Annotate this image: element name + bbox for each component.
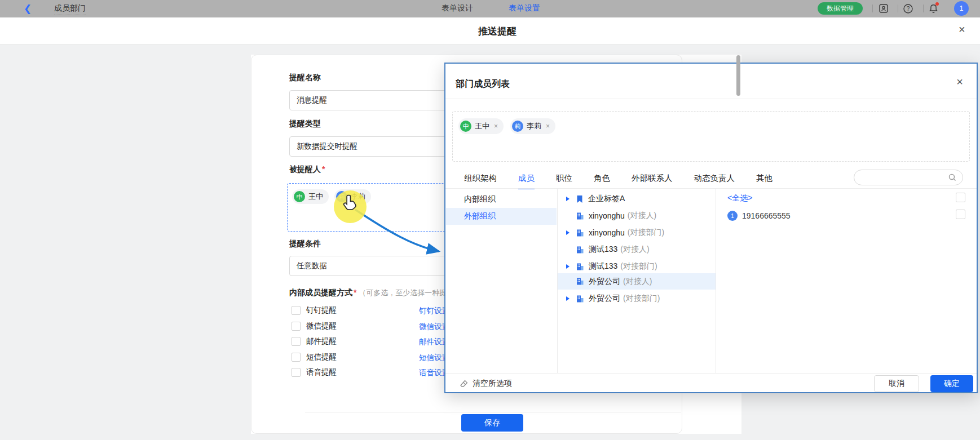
divider (305, 412, 681, 412)
member-row[interactable]: 1 19166665555 (727, 211, 791, 221)
search-icon (948, 173, 957, 182)
field-label-recipients: 被提醒人* (289, 165, 325, 175)
data-manage-button[interactable]: 数据管理 (818, 2, 863, 15)
page-title: 推送提醒 (458, 25, 537, 38)
caret-right-icon[interactable] (566, 296, 570, 301)
remove-tag-icon[interactable]: × (546, 122, 550, 130)
select-all-checkbox[interactable] (956, 193, 965, 202)
user-avatar[interactable]: 1 (954, 1, 969, 16)
checkbox[interactable] (292, 337, 301, 346)
select-all-link[interactable]: <全选> (727, 193, 752, 203)
bookmark-icon (576, 195, 584, 203)
tab-role[interactable]: 角色 (594, 173, 610, 185)
divider (445, 373, 977, 374)
recipient-tag[interactable]: 中 王中 (292, 189, 329, 204)
member-search-input[interactable] (854, 170, 963, 185)
building-icon (576, 277, 584, 286)
notification-bell-icon[interactable] (927, 2, 939, 15)
member-name: 李莉 (527, 121, 541, 131)
page-close-icon[interactable]: × (959, 24, 965, 35)
tab-org-structure[interactable]: 组织架构 (464, 173, 497, 185)
tab-other[interactable]: 其他 (756, 173, 772, 185)
tree-row-waimao-contact-selected[interactable]: 外贸公司(对接人) (558, 273, 716, 290)
tree-row-test133-contact[interactable]: 测试133(对接人) (558, 241, 716, 258)
field-label-methods: 内部成员提醒方式* （可多选，至少选择一种提醒 (289, 288, 454, 298)
tab-dynamic-owner[interactable]: 动态负责人 (694, 173, 735, 185)
hand-cursor-icon (343, 194, 360, 212)
building-icon (576, 263, 584, 271)
caret-right-icon[interactable] (566, 197, 570, 201)
building-icon (576, 246, 584, 254)
divider (898, 5, 898, 12)
notification-dot (935, 2, 939, 6)
avatar: 莉 (512, 121, 523, 132)
method-row-sms: 短信提醒 (292, 352, 337, 362)
top-bar: ❮ 成员部门 表单设计 表单设置 数据管理 ? 1 (0, 0, 980, 17)
divider (716, 188, 716, 373)
checkbox[interactable] (292, 322, 301, 331)
selected-members-box[interactable]: 中 王中 × 莉 李莉 × (452, 111, 970, 162)
checkbox[interactable] (292, 368, 301, 377)
department-member-modal: 部门成员列表 × 中 王中 × 莉 李莉 × 组织架构 成员 职位 角色 外部联… (444, 63, 978, 393)
selected-member-tag[interactable]: 中 王中 × (458, 118, 504, 134)
building-icon (576, 229, 584, 237)
method-row-dingtalk: 钉钉提醒 (292, 305, 337, 315)
document-title[interactable]: 成员部门 (54, 3, 86, 15)
tab-position[interactable]: 职位 (556, 173, 572, 185)
checkbox[interactable] (292, 306, 301, 315)
org-group-external[interactable]: 外部组织 (446, 208, 557, 225)
divider (923, 5, 924, 12)
member-checkbox[interactable] (956, 210, 965, 219)
caret-right-icon[interactable] (566, 264, 570, 269)
selected-member-tag[interactable]: 莉 李莉 × (510, 118, 555, 134)
caret-right-icon[interactable] (566, 230, 570, 235)
svg-text:?: ? (906, 6, 910, 12)
divider (445, 188, 977, 189)
tree-row-xinyonghu-contact[interactable]: xinyonghu(对接人) (558, 207, 716, 224)
avatar: 中 (460, 121, 471, 132)
tree-row-waimao-dept[interactable]: 外贸公司(对接部门) (558, 290, 716, 307)
back-button[interactable]: ❮ (24, 3, 32, 15)
avatar: 中 (294, 191, 305, 202)
member-avatar: 1 (727, 211, 738, 221)
tree-row-test133-dept[interactable]: 测试133(对接部门) (558, 258, 716, 275)
modal-title: 部门成员列表 (456, 78, 510, 90)
cancel-button[interactable]: 取消 (874, 375, 919, 392)
org-group-internal[interactable]: 内部组织 (446, 191, 557, 208)
remove-tag-icon[interactable]: × (494, 122, 498, 130)
member-phone: 19166665555 (742, 211, 791, 220)
building-icon (576, 295, 584, 303)
modal-tab-bar: 组织架构 成员 职位 角色 外部联系人 动态负责人 其他 (464, 170, 772, 188)
member-name: 王中 (475, 121, 489, 131)
required-mark: * (322, 165, 325, 174)
methods-note: （可多选，至少选择一种提醒 (359, 288, 454, 297)
contacts-icon[interactable] (877, 2, 890, 15)
checkbox[interactable] (292, 353, 301, 362)
confirm-button[interactable]: 确定 (930, 375, 973, 392)
recipient-name: 王中 (308, 192, 323, 202)
tab-external-contacts[interactable]: 外部联系人 (632, 173, 673, 185)
tab-members[interactable]: 成员 (518, 173, 535, 185)
method-row-email: 邮件提醒 (292, 336, 337, 346)
modal-close-icon[interactable]: × (956, 76, 963, 87)
divider (872, 5, 873, 12)
tab-form-design[interactable]: 表单设计 (442, 3, 473, 14)
building-icon (576, 212, 584, 220)
tree-row-xinyonghu-dept[interactable]: xinyonghu(对接部门) (558, 224, 716, 241)
field-label-condition: 提醒条件 (289, 239, 321, 249)
method-row-wechat: 微信提醒 (292, 321, 337, 331)
help-icon[interactable]: ? (902, 2, 914, 15)
tree-row-tag-a[interactable]: 企业标签A (558, 190, 716, 207)
page-scrollbar-thumb[interactable] (736, 55, 740, 96)
method-row-voice: 语音提醒 (292, 367, 337, 377)
eraser-icon (460, 379, 469, 388)
divider (445, 99, 977, 99)
save-button[interactable]: 保存 (461, 414, 523, 432)
required-mark: * (354, 288, 356, 297)
field-label-name: 提醒名称 (289, 73, 321, 83)
tab-form-settings[interactable]: 表单设置 (509, 3, 540, 14)
field-label-type: 提醒类型 (289, 119, 321, 129)
clear-selection-button[interactable]: 清空所选项 (460, 379, 512, 389)
